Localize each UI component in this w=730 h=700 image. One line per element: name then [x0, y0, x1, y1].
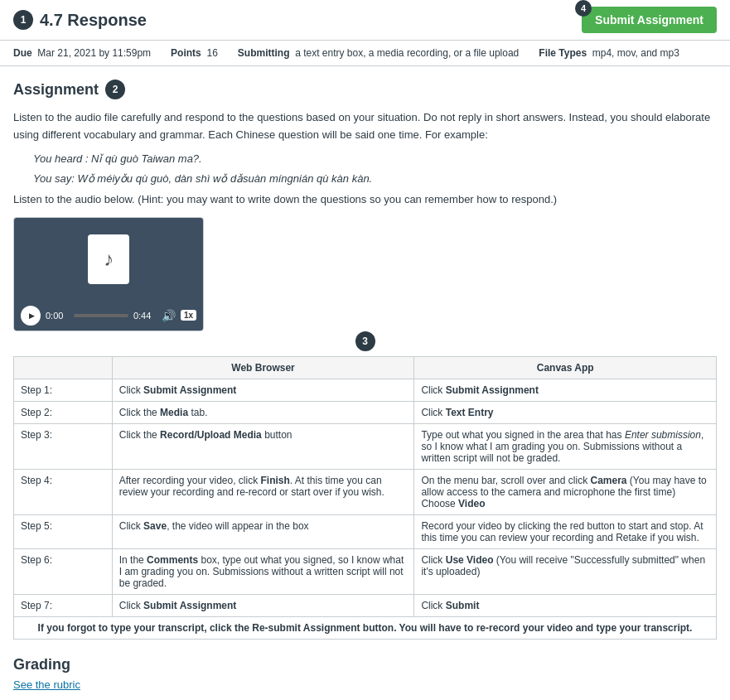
grading-title: Grading: [13, 656, 717, 673]
due-label: Due Mar 21, 2021 by 11:59pm: [13, 47, 151, 59]
web-browser-header: Web Browser: [112, 356, 414, 379]
table-row: Step 1:Click Submit AssignmentClick Subm…: [14, 379, 717, 401]
web-cell: Click the Media tab.: [112, 401, 414, 423]
web-cell: In the Comments box, type out what you s…: [112, 548, 414, 594]
due-value: Mar 21, 2021 by 11:59pm: [37, 47, 151, 59]
step-label: Step 7:: [14, 594, 113, 616]
web-cell: Click Save, the video will appear in the…: [112, 514, 414, 548]
submit-badge: 4: [575, 0, 592, 17]
see-rubric-link[interactable]: See the rubric: [13, 678, 717, 691]
audio-file-icon: [88, 234, 129, 284]
canvas-cell: On the menu bar, scroll over and click C…: [414, 469, 717, 514]
steps-col-header: [14, 356, 113, 379]
volume-icon[interactable]: 🔊: [162, 309, 176, 322]
canvas-cell: Click Text Entry: [414, 401, 717, 423]
grading-section: Grading See the rubric: [13, 656, 717, 691]
note-text: If you forgot to type your transcript, c…: [14, 616, 717, 639]
assignment-para1: Listen to the audio file carefully and r…: [13, 109, 717, 144]
steps-table-badge: 3: [355, 331, 375, 351]
table-row: Step 5:Click Save, the video will appear…: [14, 514, 717, 548]
step-label: Step 3:: [14, 423, 113, 469]
step-label: Step 6:: [14, 548, 113, 594]
step-label: Step 2:: [14, 401, 113, 423]
file-types-label: File Types mp4, mov, and mp3: [539, 47, 679, 59]
web-cell: Click the Record/Upload Media button: [112, 423, 414, 469]
page-title: 4.7 Response: [40, 11, 582, 30]
audio-progress-bar[interactable]: [74, 314, 128, 317]
assignment-body: Listen to the audio file carefully and r…: [13, 109, 717, 209]
submitting-label: Submitting a text entry box, a media rec…: [238, 47, 519, 59]
canvas-cell: Record your video by clicking the red bu…: [414, 514, 717, 548]
audio-controls: 0:00 0:44 🔊 1x: [14, 301, 203, 331]
audio-current-time: 0:00: [46, 311, 69, 321]
web-cell: Click Submit Assignment: [112, 594, 414, 616]
step-label: Step 1:: [14, 379, 113, 401]
file-types-value: mp4, mov, and mp3: [592, 47, 679, 59]
assignment-badge: 2: [105, 80, 125, 99]
submit-assignment-button[interactable]: 4 Submit Assignment: [582, 7, 717, 33]
audio-total-time: 0:44: [133, 311, 157, 321]
web-cell: After recording your video, click Finish…: [112, 469, 414, 514]
steps-table: Web Browser Canvas App Step 1:Click Subm…: [13, 356, 717, 640]
canvas-cell: Click Submit: [414, 594, 717, 616]
assignment-example1: You heard : Nǐ qù guò Taiwan ma?.: [33, 151, 717, 168]
points-value: 16: [206, 47, 217, 59]
canvas-cell: Click Use Video (You will receive "Succe…: [414, 548, 717, 594]
audio-visual: [14, 218, 203, 301]
table-row: Step 2:Click the Media tab.Click Text En…: [14, 401, 717, 423]
page-header: 1 4.7 Response 4 Submit Assignment: [0, 0, 730, 41]
table-row: Step 7:Click Submit AssignmentClick Subm…: [14, 594, 717, 616]
audio-player: 0:00 0:44 🔊 1x: [13, 217, 204, 331]
step-label: Step 5:: [14, 514, 113, 548]
speed-badge[interactable]: 1x: [181, 310, 196, 321]
web-cell: Click Submit Assignment: [112, 379, 414, 401]
table-row: Step 6:In the Comments box, type out wha…: [14, 548, 717, 594]
steps-table-section: 3 Web Browser Canvas App Step 1:Click Su…: [13, 356, 717, 640]
header-badge: 1: [13, 10, 33, 30]
submitting-value: a text entry box, a media recording, or …: [295, 47, 519, 59]
table-row: Step 4:After recording your video, click…: [14, 469, 717, 514]
points-label: Points 16: [171, 47, 218, 59]
assignment-para2: Listen to the audio below. (Hint: you ma…: [13, 191, 717, 209]
assignment-heading: Assignment 2: [13, 80, 717, 99]
note-row: If you forgot to type your transcript, c…: [14, 616, 717, 639]
step-label: Step 4:: [14, 469, 113, 514]
canvas-cell: Click Submit Assignment: [414, 379, 717, 401]
assignment-example2: You say: Wǒ méiyǒu qù guò, dàn shì wǒ dǎ…: [33, 171, 717, 188]
main-content: Assignment 2 Listen to the audio file ca…: [0, 66, 730, 700]
table-row: Step 3:Click the Record/Upload Media but…: [14, 423, 717, 469]
canvas-app-header: Canvas App: [414, 356, 717, 379]
canvas-cell: Type out what you signed in the area tha…: [414, 423, 717, 469]
play-button[interactable]: [21, 306, 41, 326]
meta-bar: Due Mar 21, 2021 by 11:59pm Points 16 Su…: [0, 41, 730, 66]
assignment-title: Assignment: [13, 81, 99, 99]
